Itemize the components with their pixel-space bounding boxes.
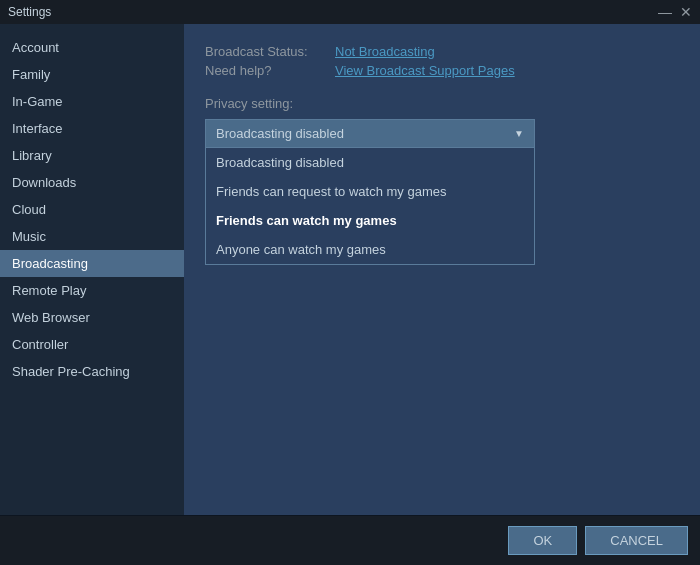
- sidebar-item-downloads[interactable]: Downloads: [0, 169, 184, 196]
- broadcast-status-row: Broadcast Status: Not Broadcasting: [205, 44, 680, 59]
- sidebar-item-in-game[interactable]: In-Game: [0, 88, 184, 115]
- main-layout: AccountFamilyIn-GameInterfaceLibraryDown…: [0, 24, 700, 515]
- sidebar-item-web-browser[interactable]: Web Browser: [0, 304, 184, 331]
- sidebar-item-music[interactable]: Music: [0, 223, 184, 250]
- chevron-down-icon: ▼: [514, 128, 524, 139]
- sidebar-item-shader-pre-caching[interactable]: Shader Pre-Caching: [0, 358, 184, 385]
- dropdown-option-disabled[interactable]: Broadcasting disabled: [206, 148, 534, 177]
- dropdown-option-friends-watch[interactable]: Friends can watch my games: [206, 206, 534, 235]
- privacy-dropdown: Broadcasting disabled ▼ Broadcasting dis…: [205, 119, 535, 148]
- cancel-button[interactable]: CANCEL: [585, 526, 688, 555]
- need-help-label: Need help?: [205, 63, 335, 78]
- sidebar-item-interface[interactable]: Interface: [0, 115, 184, 142]
- dropdown-selected-value: Broadcasting disabled: [216, 126, 344, 141]
- title-bar-controls: — ✕: [658, 5, 692, 19]
- dropdown-options-list: Broadcasting disabledFriends can request…: [205, 148, 535, 265]
- need-help-row: Need help? View Broadcast Support Pages: [205, 63, 680, 78]
- broadcast-status-value[interactable]: Not Broadcasting: [335, 44, 435, 59]
- broadcast-status-label: Broadcast Status:: [205, 44, 335, 59]
- sidebar-item-broadcasting[interactable]: Broadcasting: [0, 250, 184, 277]
- sidebar-item-remote-play[interactable]: Remote Play: [0, 277, 184, 304]
- privacy-setting-label: Privacy setting:: [205, 96, 680, 111]
- ok-button[interactable]: OK: [508, 526, 577, 555]
- settings-window: Settings — ✕ AccountFamilyIn-GameInterfa…: [0, 0, 700, 565]
- sidebar-item-cloud[interactable]: Cloud: [0, 196, 184, 223]
- dropdown-option-friends-request[interactable]: Friends can request to watch my games: [206, 177, 534, 206]
- main-content-area: Broadcast Status: Not Broadcasting Need …: [185, 24, 700, 515]
- dropdown-option-anyone[interactable]: Anyone can watch my games: [206, 235, 534, 264]
- minimize-button[interactable]: —: [658, 5, 672, 19]
- footer: OK CANCEL: [0, 515, 700, 565]
- sidebar-item-account[interactable]: Account: [0, 34, 184, 61]
- broadcast-support-link[interactable]: View Broadcast Support Pages: [335, 63, 515, 78]
- broadcast-info: Broadcast Status: Not Broadcasting Need …: [205, 44, 680, 78]
- title-bar: Settings — ✕: [0, 0, 700, 24]
- sidebar: AccountFamilyIn-GameInterfaceLibraryDown…: [0, 24, 185, 515]
- dropdown-header[interactable]: Broadcasting disabled ▼: [205, 119, 535, 148]
- sidebar-item-controller[interactable]: Controller: [0, 331, 184, 358]
- sidebar-item-library[interactable]: Library: [0, 142, 184, 169]
- sidebar-item-family[interactable]: Family: [0, 61, 184, 88]
- window-title: Settings: [8, 5, 51, 19]
- close-button[interactable]: ✕: [680, 5, 692, 19]
